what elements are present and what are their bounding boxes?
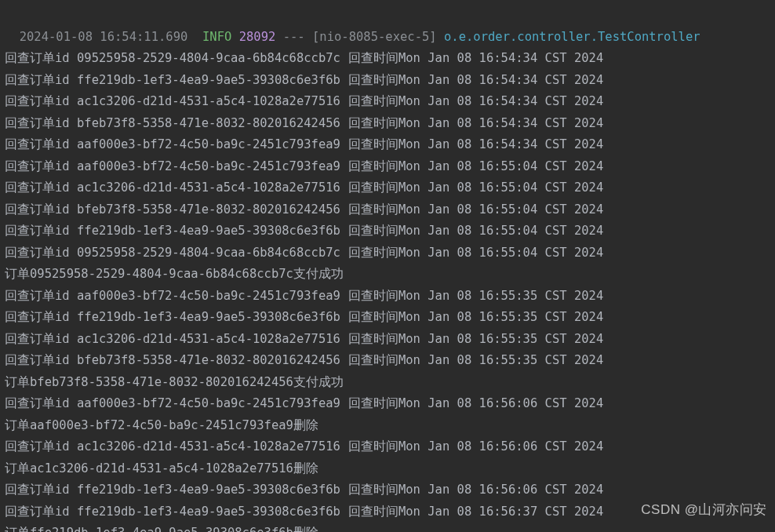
log-time-segment: 回查时间Mon Jan 08 16:55:04 CST 2024 — [348, 246, 603, 260]
log-line: 回查订单id ffe219db-1ef3-4ea9-9ae5-39308c6e3… — [5, 479, 770, 501]
log-check-segment: 回查订单id 09525958-2529-4804-9caa-6b84c68cc… — [5, 246, 340, 260]
log-time-segment: 回查时间Mon Jan 08 16:54:34 CST 2024 — [348, 137, 603, 151]
log-check-segment: 回查订单id ac1c3206-d21d-4531-a5c4-1028a2e77… — [5, 94, 340, 108]
log-time-segment: 回查时间Mon Jan 08 16:55:35 CST 2024 — [348, 332, 603, 346]
log-status-line: 订单ffe219db-1ef3-4ea9-9ae5-39308c6e3f6b删除 — [5, 523, 770, 532]
log-check-segment: 回查订单id ffe219db-1ef3-4ea9-9ae5-39308c6e3… — [5, 310, 340, 324]
log-status-line: 订单ac1c3206-d21d-4531-a5c4-1028a2e77516删除 — [5, 458, 770, 480]
log-line: 回查订单id bfeb73f8-5358-471e-8032-802016242… — [5, 113, 770, 135]
log-header: 2024-01-08 16:54:11.690 INFO 28092 --- [… — [5, 5, 770, 48]
log-line: 回查订单id aaf000e3-bf72-4c50-ba9c-2451c793f… — [5, 286, 770, 308]
log-level: INFO — [202, 30, 231, 44]
log-line: 回查订单id ffe219db-1ef3-4ea9-9ae5-39308c6e3… — [5, 307, 770, 329]
log-line: 回查订单id 09525958-2529-4804-9caa-6b84c68cc… — [5, 242, 770, 264]
log-time-segment: 回查时间Mon Jan 08 16:56:06 CST 2024 — [348, 439, 603, 454]
watermark: CSDN @山河亦问安 — [641, 499, 767, 521]
log-check-segment: 回查订单id aaf000e3-bf72-4c50-ba9c-2451c793f… — [5, 137, 340, 151]
log-check-segment: 回查订单id ffe219db-1ef3-4ea9-9ae5-39308c6e3… — [5, 73, 340, 87]
log-time-segment: 回查时间Mon Jan 08 16:55:04 CST 2024 — [348, 180, 603, 195]
log-logger: o.e.order.controller.TestController — [444, 30, 700, 44]
log-pid: 28092 — [239, 30, 276, 44]
log-check-segment: 回查订单id ac1c3206-d21d-4531-a5c4-1028a2e77… — [5, 180, 340, 195]
log-time-segment: 回查时间Mon Jan 08 16:55:35 CST 2024 — [348, 310, 603, 324]
log-line: 回查订单id aaf000e3-bf72-4c50-ba9c-2451c793f… — [5, 156, 770, 178]
log-time-segment: 回查时间Mon Jan 08 16:56:37 CST 2024 — [348, 505, 603, 519]
log-time-segment: 回查时间Mon Jan 08 16:56:06 CST 2024 — [348, 396, 603, 410]
log-check-segment: 回查订单id aaf000e3-bf72-4c50-ba9c-2451c793f… — [5, 159, 340, 173]
log-check-segment: 回查订单id ffe219db-1ef3-4ea9-9ae5-39308c6e3… — [5, 483, 340, 497]
log-line: 回查订单id 09525958-2529-4804-9caa-6b84c68cc… — [5, 48, 770, 70]
log-sep: --- — [283, 30, 305, 44]
log-time-segment: 回查时间Mon Jan 08 16:54:34 CST 2024 — [348, 73, 603, 87]
log-time-segment: 回查时间Mon Jan 08 16:55:04 CST 2024 — [348, 159, 603, 173]
log-thread: [nio-8085-exec-5] — [312, 30, 437, 44]
log-line: 回查订单id ffe219db-1ef3-4ea9-9ae5-39308c6e3… — [5, 220, 770, 242]
log-check-segment: 回查订单id bfeb73f8-5358-471e-8032-802016242… — [5, 202, 340, 217]
log-check-segment: 回查订单id bfeb73f8-5358-471e-8032-802016242… — [5, 116, 340, 130]
log-line: 回查订单id bfeb73f8-5358-471e-8032-802016242… — [5, 199, 770, 221]
log-check-segment: 回查订单id ac1c3206-d21d-4531-a5c4-1028a2e77… — [5, 439, 340, 454]
log-check-segment: 回查订单id ffe219db-1ef3-4ea9-9ae5-39308c6e3… — [5, 224, 340, 238]
log-check-segment: 回查订单id ac1c3206-d21d-4531-a5c4-1028a2e77… — [5, 332, 340, 346]
log-check-segment: 回查订单id ffe219db-1ef3-4ea9-9ae5-39308c6e3… — [5, 505, 340, 519]
log-time-segment: 回查时间Mon Jan 08 16:55:35 CST 2024 — [348, 353, 603, 367]
log-line: 回查订单id ac1c3206-d21d-4531-a5c4-1028a2e77… — [5, 91, 770, 113]
log-check-segment: 回查订单id aaf000e3-bf72-4c50-ba9c-2451c793f… — [5, 289, 340, 303]
log-time-segment: 回查时间Mon Jan 08 16:54:34 CST 2024 — [348, 94, 603, 108]
log-time-segment: 回查时间Mon Jan 08 16:55:35 CST 2024 — [348, 289, 603, 303]
log-line: 回查订单id aaf000e3-bf72-4c50-ba9c-2451c793f… — [5, 134, 770, 156]
log-time-segment: 回查时间Mon Jan 08 16:56:06 CST 2024 — [348, 483, 603, 497]
log-check-segment: 回查订单id bfeb73f8-5358-471e-8032-802016242… — [5, 353, 340, 367]
log-time-segment: 回查时间Mon Jan 08 16:55:04 CST 2024 — [348, 202, 603, 217]
log-timestamp: 2024-01-08 16:54:11.690 — [20, 30, 188, 44]
log-line: 回查订单id bfeb73f8-5358-471e-8032-802016242… — [5, 350, 770, 372]
log-line: 回查订单id ac1c3206-d21d-4531-a5c4-1028a2e77… — [5, 436, 770, 458]
log-line: 回查订单id aaf000e3-bf72-4c50-ba9c-2451c793f… — [5, 393, 770, 415]
log-status-line: 订单09525958-2529-4804-9caa-6b84c68ccb7c支付… — [5, 264, 770, 286]
log-line: 回查订单id ac1c3206-d21d-4531-a5c4-1028a2e77… — [5, 329, 770, 351]
log-body: 回查订单id 09525958-2529-4804-9caa-6b84c68cc… — [5, 48, 770, 532]
log-line: 回查订单id ac1c3206-d21d-4531-a5c4-1028a2e77… — [5, 177, 770, 199]
log-line: 回查订单id ffe219db-1ef3-4ea9-9ae5-39308c6e3… — [5, 70, 770, 92]
log-status-line: 订单bfeb73f8-5358-471e-8032-802016242456支付… — [5, 372, 770, 394]
log-status-line: 订单aaf000e3-bf72-4c50-ba9c-2451c793fea9删除 — [5, 415, 770, 437]
log-time-segment: 回查时间Mon Jan 08 16:55:04 CST 2024 — [348, 224, 603, 238]
log-check-segment: 回查订单id aaf000e3-bf72-4c50-ba9c-2451c793f… — [5, 396, 340, 410]
log-check-segment: 回查订单id 09525958-2529-4804-9caa-6b84c68cc… — [5, 51, 340, 65]
log-time-segment: 回查时间Mon Jan 08 16:54:34 CST 2024 — [348, 116, 603, 130]
log-time-segment: 回查时间Mon Jan 08 16:54:34 CST 2024 — [348, 51, 603, 65]
